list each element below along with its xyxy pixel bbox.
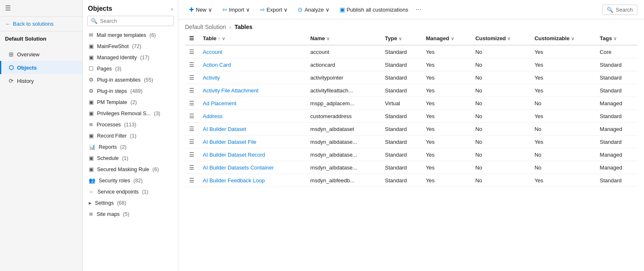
processes-icon: ≋ — [89, 121, 93, 128]
list-item-security-roles[interactable]: 👥 Security roles (82) — [83, 175, 178, 186]
export-button-label: Export — [267, 7, 282, 13]
list-item-count: (82) — [134, 178, 143, 184]
row-table-link[interactable]: AI Builder Dataset — [203, 126, 246, 132]
list-item-managed-identity[interactable]: ▣ Managed Identity (17) — [83, 52, 178, 63]
list-item-pm-template[interactable]: ▣ PM Template (2) — [83, 97, 178, 108]
row-tags: Managed — [595, 123, 637, 136]
list-item-privileges[interactable]: ▣ Privileges Removal S... (3) — [83, 108, 178, 119]
export-button[interactable]: ⇨ Export ∨ — [256, 4, 292, 15]
row-managed: Yes — [422, 110, 471, 123]
list-item-label: Security roles — [99, 178, 130, 184]
row-type: Standard — [381, 84, 422, 97]
table-header-row: ☰ Table ↑ ∨ Name ∨ Type ∨ — [185, 32, 637, 45]
secured-masking-icon: ▣ — [89, 166, 94, 172]
list-item-count: (1) — [130, 133, 136, 139]
list-item-record-filter[interactable]: ▣ Record Filter (1) — [83, 130, 178, 141]
row-table-link[interactable]: AI Builder Dataset File — [203, 139, 256, 145]
list-item-pages[interactable]: ☐ Pages (3) — [83, 63, 178, 74]
row-tags: Managed — [595, 161, 637, 174]
col-header-managed[interactable]: Managed ∨ — [422, 32, 471, 45]
col-header-customized[interactable]: Customized ∨ — [471, 32, 530, 45]
history-icon: ⟳ — [9, 77, 14, 84]
mainfewshot-icon: ▣ — [89, 43, 94, 49]
list-item-secured-masking[interactable]: ▣ Secured Masking Rule (6) — [83, 164, 178, 175]
select-all-header[interactable]: ☰ — [185, 32, 199, 45]
new-dropdown-icon: ∨ — [208, 7, 212, 13]
table-row: ☰ ⋮ Address customeraddress Standard Yes… — [185, 110, 637, 123]
col-header-table[interactable]: Table ↑ ∨ — [199, 32, 306, 45]
security-roles-icon: 👥 — [89, 177, 95, 184]
list-item-count: (2) — [120, 144, 126, 150]
sidebar-item-history[interactable]: ⟳ History — [0, 74, 83, 87]
row-name: customeraddress — [306, 110, 381, 123]
row-customizable: Yes — [530, 71, 595, 84]
sidebar-item-objects[interactable]: ⬡ Objects — [0, 61, 83, 74]
list-item-plugin-assemblies[interactable]: ⚙ Plug-in assemblies (55) — [83, 74, 178, 85]
table-row: ☰ ⋮ Activity activitypointer Standard Ye… — [185, 71, 637, 84]
row-table-link[interactable]: AI Builder Dataset Record — [203, 152, 265, 158]
import-button[interactable]: ⇦ Import ∨ — [218, 4, 254, 15]
new-button[interactable]: ✚ New ∨ — [185, 4, 216, 15]
row-managed: Yes — [422, 161, 471, 174]
col-name-label: Name — [310, 35, 325, 41]
back-to-solutions-link[interactable]: ← Back to solutions — [0, 17, 83, 31]
row-table-link[interactable]: Activity File Attachment — [203, 87, 258, 94]
breadcrumb-parent[interactable]: Default Solution — [185, 24, 226, 30]
objects-search-box[interactable]: 🔍 — [87, 16, 174, 26]
row-table-name: ⋮ AI Builder Dataset File — [199, 136, 306, 148]
toolbar-more-icon[interactable]: ··· — [416, 6, 421, 13]
list-item-schedule[interactable]: ▣ Schedule (1) — [83, 152, 178, 164]
hamburger-icon[interactable]: ☰ — [5, 4, 11, 12]
list-item-mainfewshot[interactable]: ▣ MainFewShot (72) — [83, 41, 178, 52]
overview-icon: ⊞ — [9, 51, 14, 58]
import-button-label: Import — [229, 7, 244, 13]
col-name-filter-icon: ∨ — [326, 36, 330, 41]
col-header-name[interactable]: Name ∨ — [306, 32, 381, 45]
list-item-processes[interactable]: ≋ Processes (113) — [83, 119, 178, 130]
list-item-site-maps[interactable]: ≋ Site maps (5) — [83, 208, 178, 220]
list-item-count: (3) — [154, 111, 160, 116]
table-row: ☰ ⋮ AI Builder Dataset msdyn_aibdataset … — [185, 123, 637, 136]
row-table-name: ⋮ Account — [199, 45, 306, 58]
row-table-name: ⋮ Activity File Attachment — [199, 84, 306, 97]
toolbar-search-right[interactable]: 🔍 Search — [602, 5, 637, 15]
col-header-tags[interactable]: Tags ∨ — [595, 32, 637, 45]
list-item-service-endpoints[interactable]: ← Service endpoints (1) — [83, 186, 178, 197]
row-table-name: ⋮ AI Builder Datasets Container — [199, 161, 306, 174]
row-customizable: No — [530, 123, 595, 136]
col-header-customizable[interactable]: Customizable ∨ — [530, 32, 595, 45]
objects-search-input[interactable] — [100, 18, 170, 24]
table-row: ☰ ⋮ Activity File Attachment activityfil… — [185, 84, 637, 97]
col-customized-label: Customized — [475, 35, 506, 41]
col-type-filter-icon: ∨ — [399, 36, 402, 41]
row-table-name: ⋮ AI Builder Dataset — [199, 123, 306, 136]
list-item-mail-merge[interactable]: ✉ Mail merge templates (6) — [83, 29, 178, 41]
col-header-type[interactable]: Type ∨ — [381, 32, 422, 45]
row-table-link[interactable]: Address — [203, 113, 223, 119]
row-table-link[interactable]: Account — [203, 49, 222, 55]
row-managed: Yes — [422, 174, 471, 187]
row-table-link[interactable]: Activity — [203, 75, 220, 81]
row-table-link[interactable]: AI Builder Feedback Loop — [203, 177, 265, 184]
row-managed: Yes — [422, 97, 471, 110]
list-item-settings[interactable]: ▸ Settings (68) — [83, 197, 178, 208]
row-table-link[interactable]: AI Builder Datasets Container — [203, 165, 274, 171]
row-icon-cell: ☰ — [185, 123, 199, 136]
row-tags: Standard — [595, 110, 637, 123]
toolbar-search-label: Search — [616, 7, 633, 13]
analyze-button[interactable]: ⊙ Analyze ∨ — [294, 4, 333, 15]
sidebar-item-overview[interactable]: ⊞ Overview — [0, 48, 83, 61]
row-table-link[interactable]: Action Card — [203, 62, 231, 68]
list-item-count: (1) — [142, 189, 148, 195]
row-table-link[interactable]: Ad Placement — [203, 100, 236, 106]
col-table-label: Table — [203, 35, 216, 41]
export-icon: ⇨ — [260, 6, 265, 13]
collapse-panel-icon[interactable]: ‹ — [171, 6, 173, 12]
col-table-sort-icon: ↑ — [218, 36, 221, 41]
list-item-plugin-steps[interactable]: ⚙ Plug-in steps (489) — [83, 85, 178, 97]
publish-button[interactable]: ▣ Publish all customizations — [335, 4, 413, 15]
analyze-dropdown-icon: ∨ — [326, 7, 330, 13]
list-item-label: Mail merge templates — [97, 32, 146, 38]
list-item-reports[interactable]: 📊 Reports (2) — [83, 141, 178, 152]
pages-icon: ☐ — [89, 65, 94, 72]
